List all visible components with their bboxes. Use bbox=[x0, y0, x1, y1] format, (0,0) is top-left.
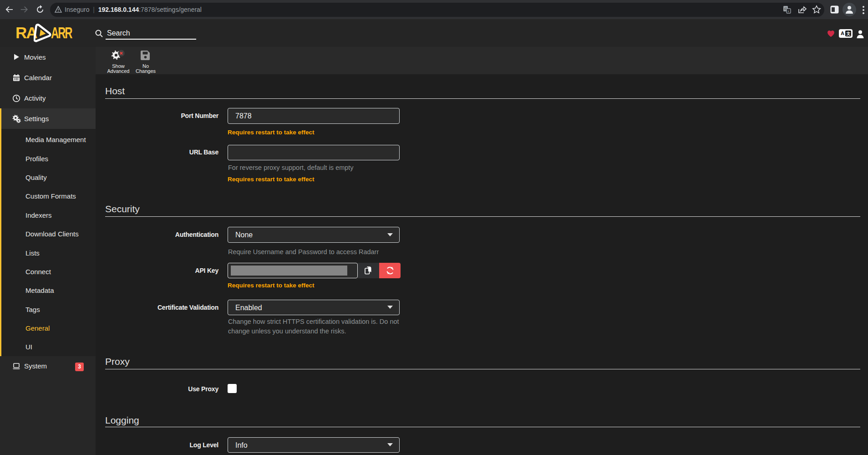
svg-text:x: x bbox=[787, 9, 789, 13]
